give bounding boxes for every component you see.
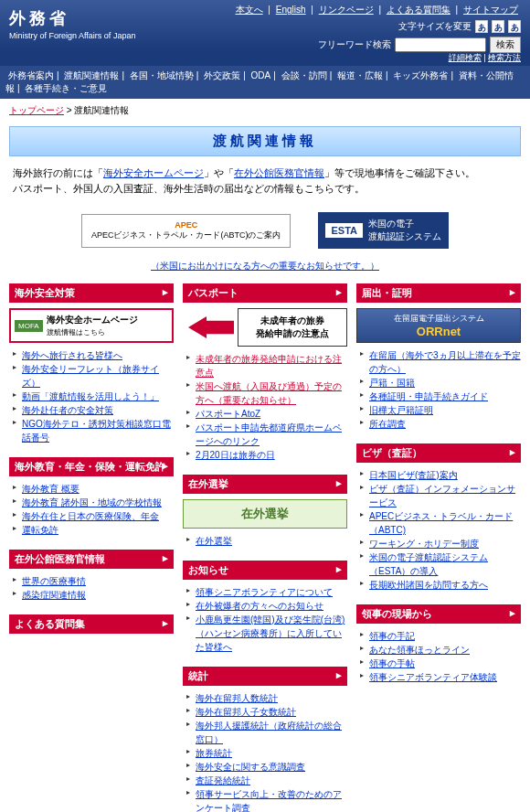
sec-visa[interactable]: ビザ（査証） [356, 443, 521, 463]
breadcrumb: トップページ > 渡航関連情報 [0, 99, 530, 123]
apec-badge[interactable]: APEC APECビジネス・トラベル・カード(ABTC)のご案内 [81, 214, 292, 248]
intro-link1[interactable]: 海外安全ホームページ [103, 167, 204, 178]
list-item[interactable]: 戸籍・国籍 [369, 378, 415, 388]
skip-link[interactable]: 本文へ [236, 5, 263, 15]
list-item[interactable]: 2月20日は旅券の日 [196, 450, 275, 460]
search-row: フリーワード検索 検索 [318, 37, 521, 53]
intro-link2[interactable]: 在外公館医務官情報 [234, 167, 324, 178]
passport-notice-box[interactable]: 未成年者の旅券発給申請の注意点 [238, 308, 347, 347]
esta-logo: ESTA [325, 223, 363, 238]
col-3: 届出・証明 在留届電子届出システム ORRnet 在留届（海外で3ヵ月以上滞在を… [356, 283, 521, 812]
list-item[interactable]: 海外在住と日本の医療保険、年金 [22, 511, 159, 521]
sec-register[interactable]: 届出・証明 [356, 283, 521, 303]
english-link[interactable]: English [276, 5, 306, 15]
list-item[interactable]: 領事シニアボランティアについて [196, 587, 333, 597]
sec-safety[interactable]: 海外安全対策 [9, 283, 174, 303]
notice-badges: APEC APECビジネス・トラベル・カード(ABTC)のご案内 ESTA 米国… [0, 205, 530, 256]
consular-list: 領事の手記 あなた領事ほっとライン 領事の手帖 領事シニアボランティア体験談 [356, 629, 521, 684]
list-item[interactable]: NGO海外テロ・誘拐対策相談窓口電話番号 [22, 419, 171, 443]
list-item[interactable]: 在外被爆者の方々へのお知らせ [196, 601, 323, 611]
sitemap-link[interactable]: サイトマップ [463, 5, 518, 15]
nav-item[interactable]: 各種手続き・ご意見 [25, 83, 107, 93]
list-item[interactable]: 小鹿島更生園(韓国)及び楽生院(台湾)（ハンセン病療養所）に入所していた皆様へ [196, 614, 344, 652]
list-item[interactable]: 日本国ビザ(査証)案内 [369, 470, 458, 480]
list-item[interactable]: 海外安全に関する意識調査 [196, 762, 305, 772]
nav-item[interactable]: 渡航関連情報 [64, 70, 119, 80]
list-item[interactable]: APECビジネス・トラベル・カード（ABTC) [369, 511, 513, 535]
list-item[interactable]: 海外在留邦人数統計 [196, 693, 278, 703]
list-item[interactable]: 感染症関連情報 [22, 590, 86, 600]
list-item[interactable]: ビザ（査証）インフォメーションサービス [369, 484, 515, 508]
sec-stats[interactable]: 統計 [183, 667, 347, 686]
search-input[interactable] [395, 37, 486, 52]
list-item[interactable]: 領事シニアボランティア体験談 [369, 672, 497, 682]
list-item[interactable]: 米国へ渡航（入国及び通過）予定の方へ（重要なお知らせ） [196, 381, 342, 405]
list-item[interactable]: パスポートAtoZ [196, 409, 260, 419]
list-item[interactable]: 領事の手帖 [369, 658, 415, 668]
sec-edu[interactable]: 海外教育・年金・保険・運転免許 [9, 457, 174, 476]
list-item[interactable]: 領事サービス向上・改善のためのアンケート調査 [196, 789, 342, 812]
list-item[interactable]: 動画「渡航情報を活用しよう！」 [22, 391, 159, 401]
edu-list: 海外教育 概要 海外教育 諸外国・地域の学校情報 海外在住と日本の医療保険、年金… [9, 482, 174, 537]
list-item[interactable]: 在外選挙 [196, 536, 232, 546]
nav-item[interactable]: キッズ外務省 [393, 70, 448, 80]
list-item[interactable]: ワーキング・ホリデー制度 [369, 539, 479, 549]
list-item[interactable]: 未成年者の旅券発給申請における注意点 [196, 354, 342, 378]
sec-faq[interactable]: よくある質問集 [9, 614, 174, 634]
list-item[interactable]: パスポート申請先都道府県ホームページへのリンク [196, 422, 342, 446]
faq-link[interactable]: よくある質問集 [387, 5, 450, 15]
list-item[interactable]: あなた領事ほっとライン [369, 645, 470, 655]
safety-homepage-box[interactable]: MOFA 海外安全ホームページ渡航情報はこちら [9, 308, 174, 343]
list-item[interactable]: 運転免許 [22, 525, 58, 535]
header: 外務省 Ministry of Foreign Affairs of Japan… [0, 0, 530, 50]
adv-search[interactable]: 詳細検索 [449, 53, 482, 62]
register-list: 在留届（海外で3ヵ月以上滞在を予定の方へ） 戸籍・国籍 各種証明・申請手続きガイ… [356, 348, 521, 431]
list-item[interactable]: 世界の医療事情 [22, 576, 86, 586]
orr-box[interactable]: 在留届電子届出システム ORRnet [356, 308, 521, 343]
election-box[interactable]: 在外選挙 [183, 499, 347, 529]
list-item[interactable]: 在留届（海外で3ヵ月以上滞在を予定の方へ） [369, 350, 521, 374]
search-button[interactable]: 検索 [490, 37, 521, 53]
list-item[interactable]: 査証発給統計 [196, 775, 250, 785]
nav-item[interactable]: 各国・地域情勢 [130, 70, 194, 80]
sec-medical[interactable]: 在外公館医務官情報 [9, 550, 174, 569]
list-item[interactable]: 海外在留邦人子女数統計 [196, 707, 296, 717]
sec-passport[interactable]: パスポート [183, 283, 347, 303]
font-med[interactable]: あ [492, 20, 504, 33]
search-help[interactable]: 検索方法 [488, 53, 521, 62]
breadcrumb-home[interactable]: トップページ [9, 105, 64, 115]
list-item[interactable]: 海外へ旅行される皆様へ [22, 350, 122, 360]
sec-news[interactable]: お知らせ [183, 561, 347, 580]
mofa-icon: MOFA [15, 320, 43, 332]
visa-list: 日本国ビザ(査証)案内 ビザ（査証）インフォメーションサービス APECビジネス… [356, 468, 521, 592]
nav-item[interactable]: 会談・訪問 [281, 70, 327, 80]
list-item[interactable]: 米国の電子渡航認証システム（ESTA）の導入 [369, 552, 488, 576]
list-item[interactable]: 長期欧州諸国を訪問する方へ [369, 580, 488, 590]
list-item[interactable]: 各種証明・申請手続きガイド [369, 391, 488, 401]
col-1: 海外安全対策 MOFA 海外安全ホームページ渡航情報はこちら 海外へ旅行される皆… [9, 283, 174, 812]
list-item[interactable]: 領事の手記 [369, 631, 415, 641]
nav-item[interactable]: 外交政策 [204, 70, 240, 80]
medical-list: 世界の医療事情 感染症関連情報 [9, 574, 174, 602]
font-small[interactable]: あ [475, 20, 488, 33]
list-item[interactable]: 所在調査 [369, 419, 406, 429]
list-item[interactable]: 海外安全リーフレット（旅券サイズ） [22, 364, 159, 388]
list-item[interactable]: 海外教育 概要 [22, 484, 80, 494]
list-item[interactable]: 海外邦人援護統計（政府統計の総合窓口） [196, 721, 342, 744]
esta-badge[interactable]: ESTA 米国の電子渡航認証システム [318, 212, 449, 249]
news-list: 領事シニアボランティアについて 在外被爆者の方々へのお知らせ 小鹿島更生園(韓国… [183, 585, 347, 654]
intro-text: 海外旅行の前には「海外安全ホームページ」や「在外公館医務官情報」等で現地事情をご… [0, 166, 530, 205]
list-item[interactable]: 海外赴任者の安全対策 [22, 405, 113, 415]
list-item[interactable]: 旅券統計 [196, 748, 232, 758]
nav-item[interactable]: 外務省案内 [8, 70, 54, 80]
red-arrow-icon [188, 316, 234, 338]
nav-item[interactable]: 報道・広報 [337, 70, 383, 80]
list-item[interactable]: 旧樺太戸籍証明 [369, 405, 433, 415]
font-large[interactable]: あ [508, 20, 521, 33]
sec-consular[interactable]: 領事の現場から [356, 604, 521, 624]
sec-election[interactable]: 在外選挙 [183, 475, 347, 494]
links-page[interactable]: リンクページ [319, 5, 374, 15]
nav-item[interactable]: ODA [251, 70, 271, 80]
passport-list: 未成年者の旅券発給申請における注意点 米国へ渡航（入国及び通過）予定の方へ（重要… [183, 352, 347, 462]
list-item[interactable]: 海外教育 諸外国・地域の学校情報 [22, 497, 162, 508]
